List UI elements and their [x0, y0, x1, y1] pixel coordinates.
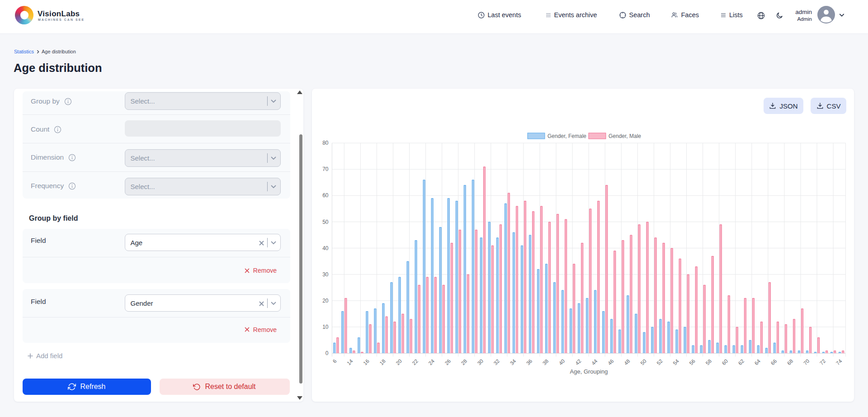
svg-text:28: 28 — [460, 358, 468, 366]
svg-text:20: 20 — [322, 298, 329, 304]
svg-text:36: 36 — [525, 358, 533, 366]
svg-text:70: 70 — [322, 166, 329, 172]
svg-text:50: 50 — [639, 358, 647, 366]
svg-text:10: 10 — [322, 324, 329, 330]
svg-text:48: 48 — [623, 358, 631, 366]
svg-text:70: 70 — [802, 358, 811, 366]
svg-text:80: 80 — [322, 140, 329, 146]
svg-text:Gender, Male: Gender, Male — [609, 133, 641, 139]
svg-text:60: 60 — [322, 192, 329, 199]
svg-text:32: 32 — [493, 358, 501, 366]
svg-text:62: 62 — [737, 358, 745, 366]
svg-text:Gender, Female: Gender, Female — [547, 133, 586, 139]
svg-text:0: 0 — [326, 350, 329, 356]
svg-text:72: 72 — [819, 358, 827, 366]
svg-text:52: 52 — [656, 358, 664, 366]
svg-text:40: 40 — [558, 358, 566, 366]
svg-text:46: 46 — [607, 358, 615, 366]
svg-text:16: 16 — [362, 358, 370, 366]
svg-text:30: 30 — [322, 271, 329, 278]
svg-text:Age, Grouping: Age, Grouping — [570, 368, 608, 375]
svg-text:38: 38 — [542, 358, 550, 366]
svg-text:44: 44 — [590, 358, 599, 366]
svg-text:34: 34 — [509, 358, 517, 366]
svg-text:68: 68 — [786, 358, 794, 366]
svg-text:6: 6 — [332, 358, 338, 364]
svg-text:26: 26 — [444, 358, 452, 366]
svg-text:18: 18 — [378, 358, 387, 366]
svg-text:56: 56 — [689, 358, 697, 366]
svg-text:64: 64 — [754, 358, 762, 366]
svg-text:54: 54 — [672, 358, 680, 366]
svg-text:50: 50 — [322, 219, 329, 225]
svg-text:40: 40 — [322, 245, 329, 251]
svg-text:60: 60 — [721, 358, 729, 366]
svg-text:66: 66 — [770, 358, 778, 366]
svg-text:58: 58 — [705, 358, 713, 366]
svg-text:24: 24 — [428, 358, 436, 366]
svg-text:42: 42 — [574, 358, 582, 366]
svg-text:20: 20 — [395, 358, 403, 366]
svg-text:74: 74 — [835, 358, 843, 366]
svg-text:14: 14 — [346, 358, 354, 366]
svg-text:22: 22 — [411, 358, 419, 366]
svg-text:30: 30 — [476, 358, 485, 366]
